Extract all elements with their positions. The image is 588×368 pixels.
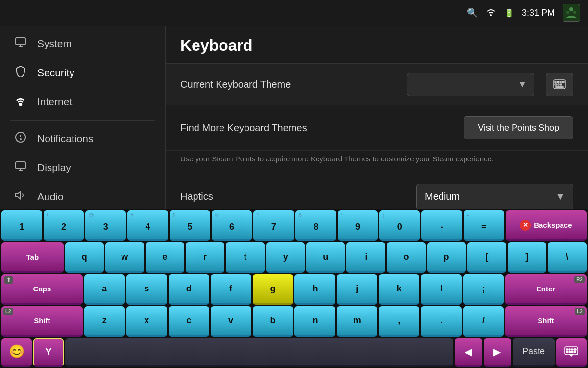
sidebar-item-notifications[interactable]: Notifications bbox=[0, 125, 165, 154]
key-o[interactable]: o bbox=[387, 242, 425, 273]
svg-rect-14 bbox=[562, 81, 564, 83]
svg-marker-9 bbox=[16, 192, 20, 199]
svg-rect-25 bbox=[569, 351, 573, 353]
key-x[interactable]: x bbox=[126, 306, 167, 337]
security-label: Security bbox=[37, 67, 74, 79]
key-3[interactable]: @3 bbox=[85, 210, 126, 241]
key-z[interactable]: z bbox=[84, 306, 125, 337]
keyboard-row-2: Tab q w e r t y u i o p [ ] \ bbox=[0, 241, 588, 273]
svg-rect-20 bbox=[566, 349, 568, 350]
backspace-key[interactable]: ✕ Backspace bbox=[506, 210, 587, 241]
svg-rect-0 bbox=[563, 4, 580, 21]
key-t[interactable]: t bbox=[226, 242, 265, 273]
svg-rect-26 bbox=[574, 351, 576, 353]
backspace-label: Backspace bbox=[534, 221, 572, 229]
search-icon[interactable]: 🔍 bbox=[467, 7, 478, 18]
tab-key[interactable]: Tab bbox=[1, 242, 64, 273]
wifi-icon bbox=[486, 7, 496, 19]
sidebar-divider bbox=[10, 120, 155, 121]
key-n[interactable]: n bbox=[294, 306, 335, 337]
svg-point-7 bbox=[20, 139, 21, 140]
key-m[interactable]: m bbox=[337, 306, 377, 337]
battery-icon: 🔋 bbox=[504, 8, 514, 18]
key-l[interactable]: l bbox=[421, 274, 462, 305]
arrow-left-button[interactable]: ◀ bbox=[455, 338, 482, 367]
shift-left-key[interactable]: L2 Shift bbox=[1, 306, 83, 337]
shift-right-key[interactable]: L2 Shift bbox=[505, 306, 587, 337]
keyboard-icon-button[interactable] bbox=[556, 338, 587, 367]
key-bracket-close[interactable]: ] bbox=[508, 242, 546, 273]
key-5[interactable]: $5 bbox=[170, 210, 210, 241]
keyboard-preview-button[interactable] bbox=[546, 73, 573, 96]
svg-rect-22 bbox=[571, 349, 573, 350]
key-d[interactable]: d bbox=[169, 274, 209, 305]
key-equals[interactable]: += bbox=[464, 210, 504, 241]
avatar[interactable] bbox=[563, 4, 580, 22]
key-g[interactable]: g bbox=[253, 274, 294, 305]
key-semicolon[interactable]: ; bbox=[463, 274, 504, 305]
caps-key[interactable]: ⬆ Caps bbox=[1, 274, 83, 305]
haptics-value: Medium bbox=[425, 191, 551, 202]
status-bar: 🔍 🔋 3:31 PM bbox=[0, 0, 588, 26]
internet-icon bbox=[14, 94, 27, 109]
key-b[interactable]: b bbox=[253, 306, 294, 337]
svg-rect-11 bbox=[555, 81, 556, 83]
key-e[interactable]: e bbox=[146, 242, 184, 273]
key-c[interactable]: c bbox=[169, 306, 209, 337]
sidebar-item-security[interactable]: Security bbox=[0, 58, 165, 87]
key-backslash[interactable]: \ bbox=[548, 242, 587, 273]
emoji-button[interactable]: 😊 bbox=[1, 338, 32, 367]
key-v[interactable]: v bbox=[211, 306, 251, 337]
key-p[interactable]: p bbox=[427, 242, 466, 273]
y-button[interactable]: Y bbox=[33, 338, 64, 367]
sidebar-item-internet[interactable]: Internet bbox=[0, 87, 165, 116]
key-comma[interactable]: , bbox=[379, 306, 419, 337]
key-y[interactable]: y bbox=[266, 242, 305, 273]
key-u[interactable]: u bbox=[306, 242, 345, 273]
key-j[interactable]: j bbox=[337, 274, 377, 305]
keyboard-row-3: ⬆ Caps a s d f g h j k l ; R2 Enter bbox=[0, 273, 588, 305]
svg-rect-17 bbox=[560, 84, 562, 85]
arrow-right-button[interactable]: ▶ bbox=[484, 338, 511, 367]
key-k[interactable]: k bbox=[379, 274, 419, 305]
visit-points-shop-button[interactable]: Visit the Points Shop bbox=[464, 116, 573, 139]
key-minus[interactable]: _- bbox=[421, 210, 462, 241]
key-backtick[interactable]: `1 bbox=[1, 210, 42, 241]
svg-rect-23 bbox=[574, 349, 576, 350]
key-i[interactable]: i bbox=[346, 242, 385, 273]
haptics-dropdown[interactable]: Medium ▼ bbox=[416, 184, 573, 210]
haptics-arrow-icon: ▼ bbox=[555, 191, 565, 202]
keyboard-theme-dropdown[interactable]: ▼ bbox=[407, 73, 534, 96]
key-6[interactable]: %6 bbox=[212, 210, 252, 241]
key-7[interactable]: ^7 bbox=[253, 210, 294, 241]
sidebar-item-audio[interactable]: Audio bbox=[0, 183, 165, 211]
backspace-x-icon: ✕ bbox=[520, 220, 531, 231]
keyboard-row-4: L2 Shift z x c v b n m , . / L2 Shift bbox=[0, 305, 588, 337]
key-9[interactable]: *9 bbox=[338, 210, 378, 241]
key-q[interactable]: q bbox=[65, 242, 104, 273]
paste-button[interactable]: Paste bbox=[513, 338, 555, 367]
spacebar[interactable] bbox=[65, 338, 453, 367]
page-header: Keyboard bbox=[166, 26, 588, 64]
key-a[interactable]: a bbox=[84, 274, 125, 305]
svg-rect-18 bbox=[556, 86, 564, 88]
key-slash[interactable]: / bbox=[463, 306, 504, 337]
sidebar-item-display[interactable]: Display bbox=[0, 154, 165, 183]
key-r[interactable]: r bbox=[186, 242, 224, 273]
key-4[interactable]: #4 bbox=[127, 210, 168, 241]
status-time: 3:31 PM bbox=[522, 8, 555, 18]
key-period[interactable]: . bbox=[421, 306, 462, 337]
key-bracket-open[interactable]: [ bbox=[467, 242, 506, 273]
enter-key[interactable]: R2 Enter bbox=[505, 274, 587, 305]
key-h[interactable]: h bbox=[294, 274, 335, 305]
keyboard-bottom-row: 😊 Y ◀ ▶ Paste bbox=[0, 337, 588, 368]
key-f[interactable]: f bbox=[211, 274, 251, 305]
sidebar-item-system[interactable]: System bbox=[0, 29, 165, 58]
key-0[interactable]: (0 bbox=[379, 210, 420, 241]
key-s[interactable]: s bbox=[126, 274, 167, 305]
find-more-themes-row: Find More Keyboard Themes Visit the Poin… bbox=[166, 105, 588, 151]
key-2[interactable]: !2 bbox=[44, 210, 84, 241]
key-8[interactable]: &8 bbox=[295, 210, 336, 241]
key-w[interactable]: w bbox=[105, 242, 144, 273]
haptics-label: Haptics bbox=[180, 191, 416, 202]
